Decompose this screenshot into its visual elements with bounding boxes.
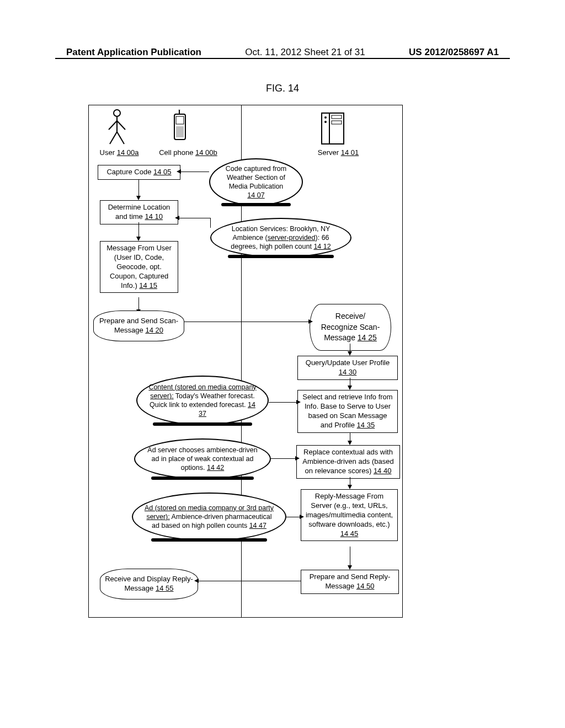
figure-title: FIG. 14 xyxy=(0,83,565,94)
user-label-text: User xyxy=(100,148,115,157)
header-center: Oct. 11, 2012 Sheet 21 of 31 xyxy=(245,47,365,58)
receive-display-ref: 14 55 xyxy=(156,584,174,592)
code-captured-text: Code captured from Weather Section of Me… xyxy=(226,165,286,191)
capture-code-text: Capture Code xyxy=(106,168,151,176)
ad-server-text: Ad server chooses ambience-driven ad in … xyxy=(147,446,257,472)
loc-services-u: server-provided xyxy=(268,234,316,242)
svg-point-15 xyxy=(324,116,327,119)
server-label-text: Server xyxy=(318,148,339,157)
ad-server-ref: 14 42 xyxy=(207,464,224,472)
arrowhead xyxy=(348,386,352,390)
header-right: US 2012/0258697 A1 xyxy=(409,47,499,58)
reply-msg-box: Reply-Message From Server (e.g., text, U… xyxy=(301,489,398,541)
query-update-text: Query/Update User Profile xyxy=(306,358,390,367)
ad-server-cloud: Ad server chooses ambience-driven ad in … xyxy=(134,438,271,479)
arrow xyxy=(286,517,301,517)
arrowhead xyxy=(296,400,301,404)
code-captured-cloud: Code captured from Weather Section of Me… xyxy=(209,158,303,206)
flow-diagram: User 14 00a Cell phone 14 00b Server 14 … xyxy=(88,105,403,618)
content-cloud: Content (stored on media company server)… xyxy=(136,376,269,425)
arrowhead xyxy=(348,351,352,356)
loc-services-ref: 14 12 xyxy=(313,243,331,250)
determine-loc-ref: 14 10 xyxy=(145,212,163,221)
replace-ads-ref: 14 40 xyxy=(374,467,392,475)
header-rule xyxy=(55,58,510,59)
replace-ads-box: Replace contextual ads with Ambience-dri… xyxy=(296,445,400,479)
svg-line-4 xyxy=(110,132,117,144)
prepare-send-reply-text: Prepare and Send Reply-Message xyxy=(310,572,391,590)
user-label-ref: 14 00a xyxy=(117,148,139,157)
arrow xyxy=(138,297,139,311)
select-retrieve-ref: 14 35 xyxy=(357,421,375,429)
phone-label: Cell phone 14 00b xyxy=(150,148,227,157)
ad-stored-ref: 14 47 xyxy=(249,522,266,529)
arrow xyxy=(138,222,139,238)
server-icon xyxy=(321,111,346,146)
reply-msg-text: Reply-Message From Server (e.g., text, U… xyxy=(306,492,393,528)
arrow xyxy=(350,547,350,566)
arrow xyxy=(210,218,211,228)
arrow xyxy=(198,581,301,581)
page-header: Patent Application Publication Oct. 11, … xyxy=(0,47,565,58)
receive-display-send: Receive and Display Reply-Message 14 55 xyxy=(100,569,198,599)
prepare-scan-ref: 14 20 xyxy=(145,326,163,334)
svg-rect-13 xyxy=(332,115,342,119)
arrowhead xyxy=(136,196,141,200)
arrowhead xyxy=(175,216,179,220)
header-left: Patent Application Publication xyxy=(66,47,201,58)
prepare-scan-send: Prepare and Send Scan-Message 14 20 xyxy=(93,311,184,341)
phone-label-ref: 14 00b xyxy=(195,148,217,157)
arrowhead xyxy=(194,579,199,583)
ad-stored-cloud: Ad (stored on media company or 3rd party… xyxy=(132,493,286,541)
arrow xyxy=(179,218,211,218)
arrow xyxy=(271,458,296,459)
prepare-scan-text: Prepare and Send Scan-Message xyxy=(99,317,178,334)
svg-point-0 xyxy=(114,110,120,116)
arrowhead xyxy=(136,237,141,241)
svg-point-9 xyxy=(178,110,180,110)
select-retrieve-text: Select and retrieve Info from Info. Base… xyxy=(302,393,392,429)
msg-from-user-ref: 14 15 xyxy=(139,281,157,290)
phone-icon xyxy=(172,110,188,143)
svg-line-3 xyxy=(117,121,125,130)
prepare-send-reply-ref: 14 50 xyxy=(356,582,375,590)
capture-code-ref: 14 05 xyxy=(153,168,172,176)
svg-line-2 xyxy=(109,121,117,130)
svg-rect-7 xyxy=(176,116,184,124)
select-retrieve-box: Select and retrieve Info from Info. Base… xyxy=(297,390,398,433)
receive-display-text: Receive and Display Reply-Message xyxy=(105,575,193,592)
svg-rect-14 xyxy=(332,121,342,124)
arrowhead xyxy=(348,441,352,445)
user-icon xyxy=(105,109,129,146)
code-captured-ref: 14 07 xyxy=(247,191,264,199)
user-label: User 14 00a xyxy=(94,148,144,157)
svg-rect-10 xyxy=(176,126,184,137)
reply-msg-ref: 14 45 xyxy=(340,529,359,538)
arrow xyxy=(269,402,297,403)
receive-recognize-ref: 14 25 xyxy=(358,333,377,342)
msg-from-user-box: Message From User (User ID, Code, Geocod… xyxy=(100,241,178,293)
arrowhead xyxy=(300,515,304,519)
server-label-ref: 14 01 xyxy=(341,148,359,157)
arrow xyxy=(184,322,310,322)
query-update-box: Query/Update User Profile14 30 xyxy=(297,356,398,380)
arrowhead xyxy=(177,169,181,174)
svg-point-16 xyxy=(324,121,327,123)
determine-loc-box: Determine Location and time 14 10 xyxy=(100,200,178,224)
arrowhead xyxy=(348,565,352,570)
arrow xyxy=(180,172,209,172)
arrowhead xyxy=(295,456,300,461)
query-update-ref: 14 30 xyxy=(339,368,357,376)
arrow xyxy=(138,179,139,197)
server-label: Server 14 01 xyxy=(305,148,371,157)
receive-recognize-recv: Receive/ Recognize Scan-Message 14 25 xyxy=(310,304,391,351)
phone-label-text: Cell phone xyxy=(159,148,193,157)
arrowhead xyxy=(308,319,313,324)
arrowhead xyxy=(348,485,352,489)
capture-code-box: Capture Code 14 05 xyxy=(98,165,180,180)
loc-services-cloud: Location Services: Brooklyn, NY Ambience… xyxy=(210,218,351,258)
prepare-send-reply-box: Prepare and Send Reply-Message 14 50 xyxy=(301,570,399,594)
svg-line-5 xyxy=(117,132,124,144)
